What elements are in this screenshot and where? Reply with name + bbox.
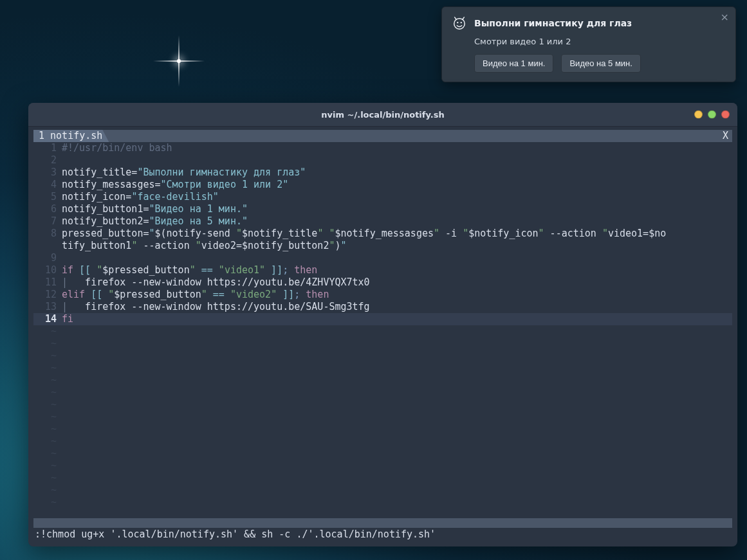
desktop-background: von.me × Выполни гимнастику для глаз Смо… [0,0,747,560]
terminal-titlebar[interactable]: nvim ~/.local/bin/notify.sh [28,103,737,127]
code-line[interactable]: 14fi [33,313,732,325]
code-line[interactable]: 8pressed_button="$(notify-send "$notify_… [33,228,732,240]
code-content: | firefox --new-window https://youtu.be/… [62,301,732,313]
empty-line: ~ [33,423,732,435]
statusline [33,518,732,528]
notification-action-2[interactable]: Видео на 5 мин. [561,54,640,73]
empty-line: ~ [33,484,732,496]
tab-index: 1 [39,130,44,142]
buffer-tab[interactable]: 1 notify.sh [33,130,109,142]
line-number: 8 [33,228,62,240]
window-maximize-button[interactable] [708,111,716,119]
empty-line: ~ [33,460,732,472]
code-content: tify_button1" --action "video2=$notify_b… [62,240,732,252]
line-number: 13 [33,301,62,313]
code-content [62,252,732,264]
code-line[interactable]: tify_button1" --action "video2=$notify_b… [33,240,732,252]
code-line[interactable]: 6notify_button1="Видео на 1 мин." [33,203,732,215]
tilde-gutter: ~ [33,350,62,362]
code-content: | firefox --new-window https://youtu.be/… [62,276,732,289]
tilde-gutter: ~ [33,325,62,338]
code-line[interactable]: 1#!/usr/bin/env bash [33,142,732,154]
notification-title: Выполни гимнастику для глаз [474,18,632,28]
tab-filename: notify.sh [50,130,102,142]
editor-area[interactable]: 1 notify.sh X 1#!/usr/bin/env bash23noti… [33,130,732,541]
code-line[interactable]: 9 [33,252,732,264]
code-line[interactable]: 5notify_icon="face-devilish" [33,191,732,203]
code-line[interactable]: 2 [33,154,732,167]
tab-close-button[interactable]: X [723,130,728,142]
empty-line: ~ [33,325,732,338]
terminal-title: nvim ~/.local/bin/notify.sh [321,110,444,120]
code-line[interactable]: 13| firefox --new-window https://youtu.b… [33,301,732,313]
tilde-gutter: ~ [33,447,62,460]
lens-flare-decoration [179,61,180,62]
code-content: fi [62,313,732,325]
code-area[interactable]: 1#!/usr/bin/env bash23notify_title="Выпо… [33,142,732,509]
empty-line: ~ [33,411,732,423]
tilde-gutter: ~ [33,423,62,435]
line-number: 14 [33,313,62,325]
tilde-gutter: ~ [33,484,62,496]
code-content: #!/usr/bin/env bash [62,142,732,154]
tilde-gutter: ~ [33,411,62,423]
empty-line: ~ [33,472,732,484]
tilde-gutter: ~ [33,338,62,350]
line-number: 3 [33,167,62,179]
tilde-gutter: ~ [33,460,62,472]
empty-line: ~ [33,496,732,509]
code-content: notify_title="Выполни гимнастику для гла… [62,167,732,179]
line-number: 11 [33,276,62,289]
close-icon[interactable]: × [721,12,729,23]
tilde-gutter: ~ [33,362,62,374]
code-line[interactable]: 10if [[ "$pressed_button" == "video1" ]]… [33,264,732,276]
line-number: 12 [33,289,62,301]
face-devilish-icon [452,16,466,30]
notification-popup: × Выполни гимнастику для глаз Смотри вид… [441,6,736,82]
line-number: 1 [33,142,62,154]
code-content: notify_messasges="Смотри видео 1 или 2" [62,179,732,191]
tilde-gutter: ~ [33,386,62,399]
code-content: notify_icon="face-devilish" [62,191,732,203]
empty-line: ~ [33,435,732,447]
line-number: 6 [33,203,62,215]
notification-message: Смотри видео 1 или 2 [474,37,725,46]
command-line[interactable]: :!chmod ug+x '.local/bin/notify.sh' && s… [33,528,732,541]
code-line[interactable]: 4notify_messasges="Смотри видео 1 или 2" [33,179,732,191]
terminal-window: nvim ~/.local/bin/notify.sh 1 notify.sh … [28,103,737,546]
code-content [62,154,732,167]
tilde-gutter: ~ [33,435,62,447]
window-close-button[interactable] [721,111,730,119]
svg-point-2 [461,22,462,23]
empty-line: ~ [33,399,732,411]
line-number: 10 [33,264,62,276]
empty-line: ~ [33,362,732,374]
empty-line: ~ [33,447,732,460]
line-number: 7 [33,215,62,228]
code-content: pressed_button="$(notify-send "$notify_t… [62,228,732,240]
line-number: 5 [33,191,62,203]
line-number: 4 [33,179,62,191]
code-content: elif [[ "$pressed_button" == "video2" ]]… [62,289,732,301]
line-number: 9 [33,252,62,264]
code-content: notify_button2="Видео на 5 мин." [62,215,732,228]
empty-line: ~ [33,350,732,362]
code-line[interactable]: 7notify_button2="Видео на 5 мин." [33,215,732,228]
code-content: if [[ "$pressed_button" == "video1" ]]; … [62,264,732,276]
svg-point-0 [454,19,465,29]
tilde-gutter: ~ [33,496,62,509]
code-line[interactable]: 3notify_title="Выполни гимнастику для гл… [33,167,732,179]
code-content: notify_button1="Видео на 1 мин." [62,203,732,215]
notification-action-1[interactable]: Видео на 1 мин. [474,54,553,73]
line-number: 2 [33,154,62,167]
empty-line: ~ [33,386,732,399]
tilde-gutter: ~ [33,472,62,484]
window-minimize-button[interactable] [694,111,703,119]
tilde-gutter: ~ [33,374,62,386]
empty-line: ~ [33,374,732,386]
tilde-gutter: ~ [33,399,62,411]
buffer-tabbar: 1 notify.sh X [33,130,732,142]
line-number [33,240,62,252]
code-line[interactable]: 12elif [[ "$pressed_button" == "video2" … [33,289,732,301]
code-line[interactable]: 11| firefox --new-window https://youtu.b… [33,276,732,289]
